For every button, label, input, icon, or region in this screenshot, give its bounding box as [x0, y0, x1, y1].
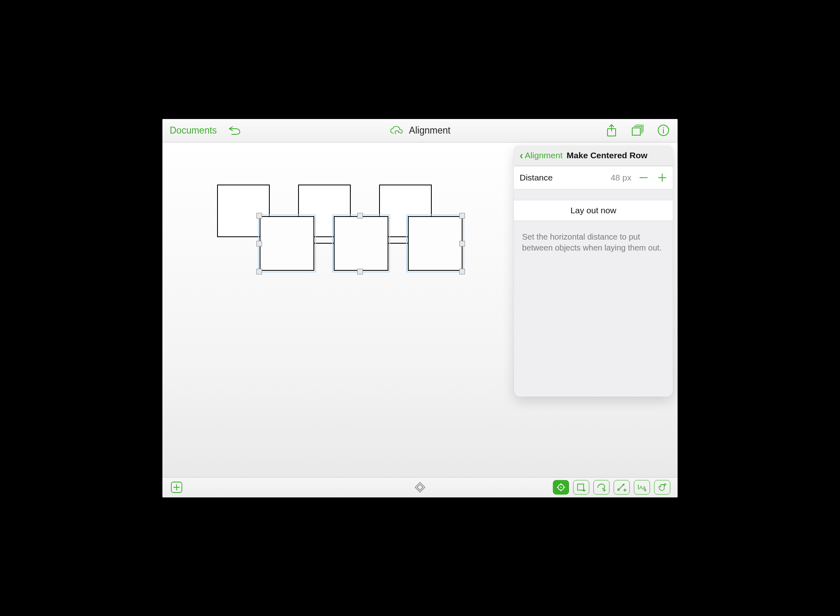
distance-decrement-button[interactable]: [639, 173, 648, 183]
inspector-hint: Set the horizontal distance to put betwe…: [514, 221, 673, 264]
inspector-header: ‹ Alignment Make Centered Row: [514, 146, 673, 166]
rect-plus-icon: [577, 483, 586, 492]
shape-rect-selected[interactable]: [408, 216, 463, 271]
svg-rect-6: [417, 484, 423, 490]
info-button[interactable]: [657, 123, 670, 137]
bottom-toolbar: Aa: [162, 477, 678, 497]
selection-handle[interactable]: [459, 269, 465, 274]
canvases-button[interactable]: [631, 123, 644, 137]
layout-now-label: Lay out now: [570, 206, 616, 215]
distance-row: Distance 48 px: [514, 166, 673, 189]
app-window: Documents Alignment: [162, 119, 678, 497]
undo-button[interactable]: [227, 123, 241, 137]
line-plus-icon: [617, 483, 627, 492]
sync-button[interactable]: [390, 123, 403, 137]
shape-rect-selected[interactable]: [260, 216, 314, 271]
plus-square-icon: [171, 481, 183, 493]
selection-handle[interactable]: [256, 269, 262, 274]
selection-handle[interactable]: [357, 269, 363, 274]
add-button[interactable]: [170, 480, 183, 494]
document-title: Alignment: [409, 125, 450, 136]
shape-rect-selected[interactable]: [334, 216, 388, 271]
navigate-button[interactable]: [413, 480, 427, 494]
connector-line[interactable]: [314, 243, 334, 244]
top-toolbar: Documents Alignment: [162, 119, 678, 142]
back-chevron-icon[interactable]: ‹: [520, 149, 523, 162]
stack-icon: [631, 125, 644, 136]
selection-tool[interactable]: [553, 480, 569, 495]
selection-handle[interactable]: [256, 213, 262, 219]
share-button[interactable]: [605, 123, 618, 137]
line-tool[interactable]: [614, 480, 630, 495]
diamond-icon: [415, 482, 425, 493]
selection-handle[interactable]: [256, 241, 262, 246]
touch-tool[interactable]: [654, 480, 670, 495]
shape-tool[interactable]: [573, 480, 589, 495]
distance-increment-button[interactable]: [657, 173, 667, 183]
svg-text:Aa: Aa: [639, 484, 646, 491]
svg-rect-1: [632, 128, 640, 135]
freehand-tool[interactable]: [593, 480, 610, 495]
text-tool[interactable]: Aa: [634, 480, 650, 495]
minus-icon: [639, 173, 648, 183]
svg-rect-9: [578, 484, 584, 490]
plus-icon: [657, 173, 667, 183]
text-plus-icon: Aa: [637, 483, 647, 492]
distance-value: 48 px: [611, 173, 631, 183]
selection-handle[interactable]: [357, 213, 363, 219]
documents-button[interactable]: Documents: [170, 125, 217, 136]
inspector-title: Make Centered Row: [567, 151, 648, 160]
cloud-sync-icon: [390, 125, 403, 136]
loop-plus-icon: [597, 483, 606, 492]
svg-point-8: [561, 487, 562, 488]
share-icon: [606, 124, 617, 137]
undo-icon: [228, 125, 241, 135]
crosshair-icon: [556, 483, 565, 492]
svg-point-3: [663, 127, 664, 129]
connector-line[interactable]: [388, 243, 408, 244]
layout-now-button[interactable]: Lay out now: [514, 200, 673, 221]
hand-plus-icon: [657, 482, 667, 492]
selection-handle[interactable]: [459, 241, 465, 246]
info-icon: [657, 124, 669, 136]
inspector-panel: ‹ Alignment Make Centered Row Distance 4…: [514, 146, 673, 397]
distance-label: Distance: [520, 173, 553, 183]
selection-handle[interactable]: [459, 213, 465, 219]
svg-rect-5: [415, 482, 425, 492]
inspector-back-button[interactable]: Alignment: [525, 151, 563, 160]
